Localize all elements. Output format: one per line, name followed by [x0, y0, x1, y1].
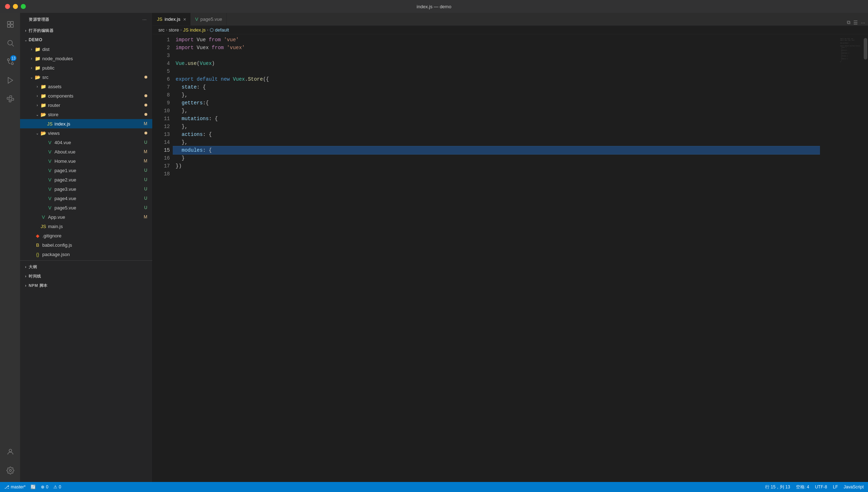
sidebar-item-index-js[interactable]: JS index.js M — [20, 119, 152, 128]
activity-extensions[interactable] — [1, 90, 19, 108]
sidebar-item-store[interactable]: ⌄ 📂 store — [20, 110, 152, 119]
maximize-button[interactable] — [21, 4, 26, 9]
code-line: import Vue from 'vue' — [173, 36, 820, 44]
activity-run[interactable] — [1, 72, 19, 89]
sidebar-item-babel-config[interactable]: B babel.config.js — [20, 240, 152, 250]
window-controls[interactable] — [5, 4, 26, 9]
sidebar-header-icons[interactable]: ··· — [142, 16, 147, 22]
svg-rect-12 — [12, 98, 14, 100]
source-control-badge: 13 — [10, 55, 16, 61]
tab-vue-icon: V — [195, 16, 198, 22]
folder-icon: 📁 — [34, 46, 41, 52]
code-line: actions: { — [173, 131, 820, 138]
babel-config-label: babel.config.js — [42, 242, 152, 248]
svg-point-15 — [9, 469, 11, 472]
assets-label: assets — [48, 84, 152, 89]
sidebar-item-about-vue[interactable]: V About.vue M — [20, 147, 152, 156]
code-line: state: { — [173, 83, 820, 91]
activity-explorer[interactable] — [1, 16, 19, 33]
warning-icon: ⚠ — [53, 484, 57, 489]
sidebar-item-home-vue[interactable]: V Home.vue M — [20, 156, 152, 166]
line-ending[interactable]: LF — [833, 484, 838, 489]
timeline-section[interactable]: › 时间线 — [20, 271, 152, 281]
breadcrumb-store[interactable]: store — [169, 27, 179, 33]
sidebar-item-package-json[interactable]: {} package.json — [20, 250, 152, 259]
breadcrumb-src[interactable]: src — [158, 27, 164, 33]
sidebar-item-gitignore[interactable]: ◆ .gitignore — [20, 231, 152, 240]
indent-setting[interactable]: 空格: 4 — [796, 484, 809, 490]
page2-vue-badge: U — [144, 177, 147, 182]
code-line: import Vuex from 'vuex' — [173, 44, 820, 52]
breadcrumb-file[interactable]: JS index.js — [183, 27, 206, 33]
toggle-layout-icon[interactable]: ☰ — [853, 20, 858, 25]
sidebar-item-404-vue[interactable]: V 404.vue U — [20, 138, 152, 147]
breadcrumb-sep2: › — [181, 28, 182, 32]
tab-actions[interactable]: ⧉ ☰ ··· — [844, 19, 868, 25]
node-modules-label: node_modules — [42, 56, 152, 61]
sidebar-item-assets[interactable]: › 📁 assets — [20, 82, 152, 91]
sidebar-item-page2-vue[interactable]: V page2.vue U — [20, 175, 152, 184]
sidebar-item-components[interactable]: › 📁 components — [20, 91, 152, 100]
minimize-button[interactable] — [13, 4, 18, 9]
code-content[interactable]: import Vue from 'vue'import Vuex from 'v… — [173, 34, 820, 482]
sync-status[interactable]: 🔄 — [30, 484, 36, 489]
activity-account[interactable] — [1, 443, 19, 460]
activity-source-control[interactable]: 13 — [1, 53, 19, 70]
views-arrow: ⌄ — [34, 131, 40, 135]
more-options-icon[interactable]: ··· — [142, 16, 147, 22]
breadcrumb-sep3: › — [207, 28, 208, 32]
sidebar-item-dist[interactable]: › 📁 dist — [20, 44, 152, 54]
code-line: }) — [173, 162, 820, 170]
open-editors-section[interactable]: › 打开的编辑器 — [20, 26, 152, 35]
code-editor[interactable]: 123456789101112131415161718 import Vue f… — [153, 34, 868, 482]
sidebar-item-public[interactable]: › 📁 public — [20, 63, 152, 72]
error-count[interactable]: ⊗ 0 — [41, 484, 48, 489]
sidebar-item-node-modules[interactable]: › 📁 node_modules — [20, 54, 152, 63]
encoding[interactable]: UTF-8 — [815, 484, 827, 489]
activity-bar: 13 — [0, 13, 20, 482]
sidebar-item-page1-vue[interactable]: V page1.vue U — [20, 166, 152, 175]
warning-count[interactable]: ⚠ 0 — [53, 484, 61, 489]
home-vue-badge: M — [144, 159, 147, 164]
scrollbar-thumb[interactable] — [864, 38, 867, 60]
code-line: mutations: { — [173, 115, 820, 123]
encoding-text: UTF-8 — [815, 484, 827, 489]
breadcrumb-symbol[interactable]: ⬡ default — [210, 27, 229, 33]
activity-settings[interactable] — [1, 462, 19, 479]
more-actions-icon[interactable]: ··· — [861, 20, 865, 25]
activity-search[interactable] — [1, 34, 19, 52]
tab-page5-vue[interactable]: V page5.vue — [191, 13, 226, 25]
assets-arrow: › — [34, 85, 40, 89]
git-branch-icon: ⎇ — [4, 484, 9, 489]
sidebar-item-page5-vue[interactable]: V page5.vue U — [20, 203, 152, 212]
sidebar-item-src[interactable]: ⌄ 📂 src — [20, 72, 152, 82]
sidebar-item-main-js[interactable]: JS main.js — [20, 222, 152, 231]
npm-scripts-section[interactable]: › NPM 脚本 — [20, 281, 152, 290]
page4-vue-label: page4.vue — [54, 196, 144, 201]
sidebar-item-app-vue[interactable]: V App.vue M — [20, 212, 152, 222]
split-editor-icon[interactable]: ⧉ — [847, 19, 850, 25]
tab-index-js[interactable]: JS index.js × — [153, 13, 191, 25]
sidebar-item-views[interactable]: ⌄ 📂 views — [20, 128, 152, 138]
cursor-position[interactable]: 行 15，列 13 — [765, 484, 790, 490]
app-vue-badge: M — [144, 214, 147, 219]
store-modified-dot — [144, 113, 147, 116]
sidebar-header-title: 资源管理器 — [29, 17, 49, 22]
git-branch[interactable]: ⎇ master* — [4, 484, 25, 489]
close-button[interactable] — [5, 4, 10, 9]
code-line: Vue.use(Vuex) — [173, 60, 820, 67]
index-js-label: index.js — [54, 121, 144, 127]
editor-scrollbar[interactable] — [863, 34, 868, 482]
timeline-arrow: › — [23, 274, 29, 278]
json-file-icon: {} — [34, 251, 41, 257]
tab-close-button[interactable]: × — [183, 16, 186, 22]
sidebar-item-page3-vue[interactable]: V page3.vue U — [20, 184, 152, 194]
language-mode[interactable]: JavaScript — [844, 484, 864, 489]
sidebar-item-router[interactable]: › 📁 router — [20, 100, 152, 110]
folder-icon: 📁 — [40, 83, 47, 90]
components-arrow: › — [34, 94, 40, 98]
outline-section[interactable]: › 大纲 — [20, 262, 152, 271]
project-root[interactable]: ⌄ DEMO — [20, 35, 152, 44]
sidebar-item-page4-vue[interactable]: V page4.vue U — [20, 194, 152, 203]
error-number: 0 — [46, 484, 48, 489]
